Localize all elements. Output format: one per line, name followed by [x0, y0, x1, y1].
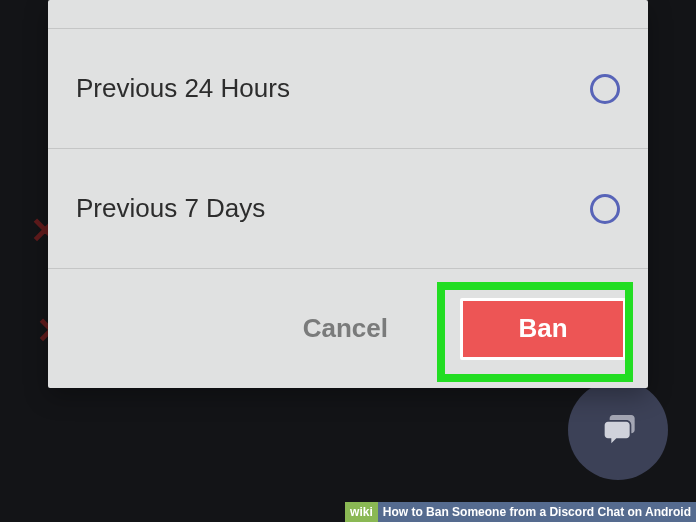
caption-bar: wiki How to Ban Someone from a Discord C…	[345, 502, 696, 522]
chat-icon	[598, 410, 638, 450]
option-previous-24-hours[interactable]: Previous 24 Hours	[48, 28, 648, 148]
caption-prefix: wiki	[345, 502, 378, 522]
caption-text: How to Ban Someone from a Discord Chat o…	[378, 502, 696, 522]
option-label: Previous 7 Days	[76, 193, 265, 224]
cancel-button[interactable]: Cancel	[303, 313, 388, 344]
radio-unchecked-icon	[590, 194, 620, 224]
radio-unchecked-icon	[590, 74, 620, 104]
dialog-header	[48, 0, 648, 28]
option-label: Previous 24 Hours	[76, 73, 290, 104]
ban-dialog: Previous 24 Hours Previous 7 Days Cancel…	[48, 0, 648, 388]
chat-fab[interactable]	[568, 380, 668, 480]
dialog-actions: Cancel Ban	[48, 268, 648, 388]
ban-button[interactable]: Ban	[460, 298, 626, 360]
option-previous-7-days[interactable]: Previous 7 Days	[48, 148, 648, 268]
